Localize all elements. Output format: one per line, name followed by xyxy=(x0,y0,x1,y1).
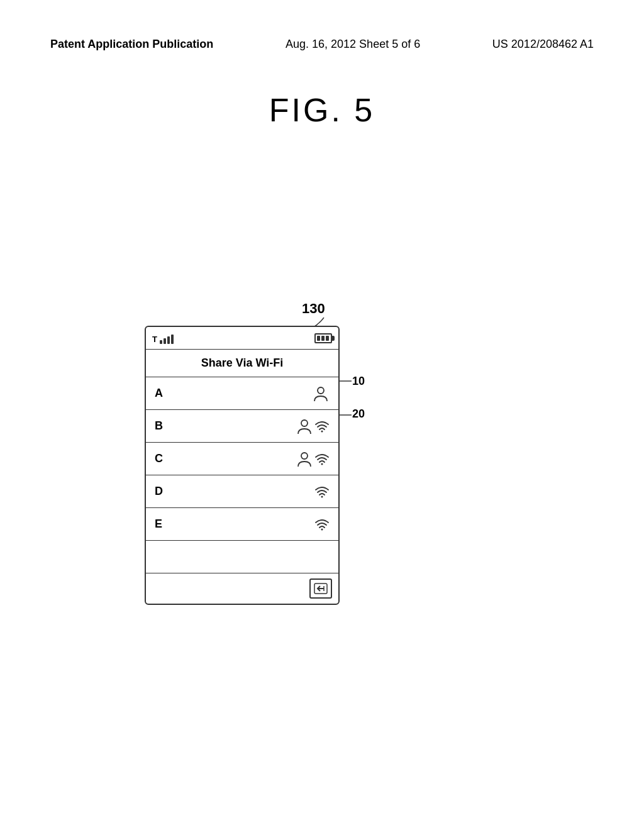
app-title: Share Via Wi-Fi xyxy=(201,357,284,370)
row-label-d: D xyxy=(155,485,163,498)
wifi-icon-e xyxy=(314,517,330,532)
list-row-a[interactable]: A xyxy=(146,377,338,410)
list-row-d[interactable]: D xyxy=(146,475,338,508)
empty-row xyxy=(146,541,338,573)
row-icons-c xyxy=(296,450,330,468)
status-bar: T xyxy=(146,327,338,350)
person-icon-c xyxy=(296,450,313,468)
header-right-text: US 2012/208462 A1 xyxy=(492,38,594,51)
back-arrow-icon xyxy=(314,583,328,594)
list-row-c[interactable]: C xyxy=(146,443,338,475)
svg-point-5 xyxy=(321,463,323,465)
svg-point-1 xyxy=(318,387,324,394)
list-row-b[interactable]: B xyxy=(146,410,338,443)
svg-point-3 xyxy=(321,430,323,432)
header-center-text: Aug. 16, 2012 Sheet 5 of 6 xyxy=(286,38,420,51)
bottom-bar xyxy=(146,573,338,604)
battery-icon xyxy=(314,333,332,343)
row-icons-b xyxy=(296,418,330,435)
row-label-a: A xyxy=(155,387,163,400)
header-left-text: Patent Application Publication xyxy=(50,38,213,51)
ref-label-20: 20 xyxy=(352,407,365,421)
svg-point-7 xyxy=(321,528,323,530)
wifi-icon-d xyxy=(314,484,330,499)
svg-point-4 xyxy=(301,453,308,459)
list-row-e[interactable]: E xyxy=(146,508,338,541)
person-icon-b xyxy=(296,418,313,435)
title-bar: Share Via Wi-Fi xyxy=(146,350,338,377)
signal-icon: T xyxy=(152,333,174,344)
wifi-icon-c xyxy=(314,451,330,467)
back-button[interactable] xyxy=(309,578,332,599)
page-header: Patent Application Publication Aug. 16, … xyxy=(0,38,644,51)
row-label-b: B xyxy=(155,419,163,433)
figure-title: FIG. 5 xyxy=(0,91,644,129)
wifi-icon-b xyxy=(314,419,330,434)
svg-point-2 xyxy=(301,420,308,426)
row-label-e: E xyxy=(155,517,162,531)
person-icon-a xyxy=(312,385,330,402)
row-label-c: C xyxy=(155,452,163,465)
row-icons-a xyxy=(312,385,330,402)
svg-point-6 xyxy=(321,495,323,497)
row-icons-d xyxy=(314,484,330,499)
ref-label-10: 10 xyxy=(352,375,365,388)
device-frame: T Share Via Wi-Fi A B xyxy=(145,326,340,605)
row-icons-e xyxy=(314,517,330,532)
